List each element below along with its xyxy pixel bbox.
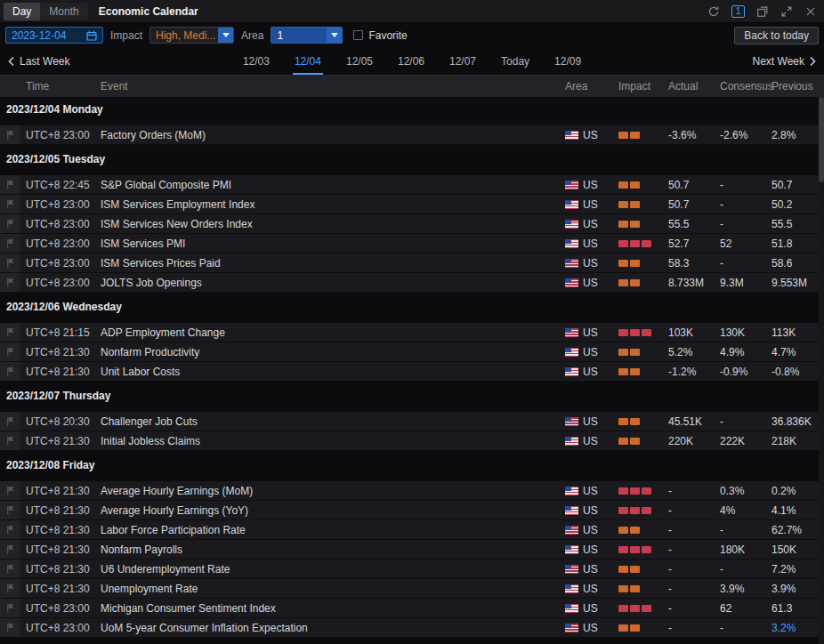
table-row[interactable]: UTC+8 22:45 S&P Global Composite PMI US … [0,175,824,195]
pin-cell[interactable] [0,362,20,381]
actual-value: -3.6% [662,125,714,144]
impact-bars [618,221,640,228]
weeknav-day[interactable]: 12/09 [554,47,581,75]
row-time: UTC+8 23:00 [20,273,94,292]
pin-cell[interactable] [0,175,20,194]
weeknav-day[interactable]: 12/05 [346,47,373,75]
impact-bars [618,132,640,139]
table-row[interactable]: UTC+8 21:15 ADP Employment Change US 103… [0,323,824,342]
table-row[interactable]: UTC+8 23:00 JOLTS Job Openings US 8.733M… [0,273,824,293]
impact-select[interactable]: High, Medi... [149,27,234,44]
area-cell: US [559,618,612,637]
pin-cell[interactable] [0,254,20,272]
pin-cell[interactable] [0,520,20,539]
popout-icon[interactable] [756,5,769,18]
expand-icon[interactable] [780,5,793,18]
pin-cell[interactable] [0,501,20,519]
table-row[interactable]: UTC+8 21:30 Average Hourly Earnings (YoY… [0,501,824,520]
event-name: Factory Orders (MoM) [94,125,559,144]
table-row[interactable]: UTC+8 23:00 ISM Services Employment Inde… [0,195,824,214]
area-cell: US [559,342,612,361]
scrollbar[interactable] [819,97,824,644]
previous-value: 0.2% [765,481,824,500]
previous-value: 61.3 [765,599,824,617]
pin-cell[interactable] [0,559,20,578]
pin-cell[interactable] [0,431,20,450]
table-row[interactable]: UTC+8 23:00 ISM Services New Orders Inde… [0,214,824,234]
pin-cell[interactable] [0,195,20,213]
pin-cell[interactable] [0,599,20,617]
us-flag-icon [565,526,578,535]
last-week-button[interactable]: Last Week [7,55,69,68]
table-row[interactable]: UTC+8 23:00 ISM Services PMI US 52.7 52 … [0,234,824,254]
pin-cell[interactable] [0,540,20,559]
consensus-value: - [714,175,765,194]
pin-cell[interactable] [0,125,20,144]
pin-cell[interactable] [0,323,20,342]
pin-cell[interactable] [0,342,20,361]
weeknav-day[interactable]: 12/07 [449,47,476,75]
pin-cell[interactable] [0,273,20,292]
table-row[interactable]: UTC+8 21:30 Labor Force Participation Ra… [0,520,824,540]
area-select[interactable]: 1 [271,27,343,44]
weeknav-day-selected[interactable]: 12/04 [295,47,321,75]
area-label: US [583,366,598,378]
pin-cell[interactable] [0,234,20,253]
pin-cell[interactable] [0,214,20,233]
date-picker[interactable]: 2023-12-04 [5,27,103,44]
next-week-button[interactable]: Next Week [753,55,817,68]
area-cell: US [559,195,612,213]
pin-cell[interactable] [0,481,20,500]
area-label: US [583,504,598,517]
event-name: Nonfarm Payrolls [94,540,559,559]
flag-pin-icon [5,238,15,248]
tab-day[interactable]: Day [4,3,40,20]
table-row[interactable]: UTC+8 23:00 Factory Orders (MoM) US -3.6… [0,125,824,145]
area-label: US [583,129,598,141]
close-icon[interactable] [804,5,817,18]
table-row[interactable]: UTC+8 23:00 UoM 5-year Consumer Inflatio… [0,618,824,638]
row-time: UTC+8 23:00 [20,234,94,253]
back-to-today-button[interactable]: Back to today [734,27,819,44]
tab-month[interactable]: Month [40,3,87,20]
column-header-time: Time [20,80,94,93]
table-row[interactable]: UTC+8 23:00 ISM Services Prices Paid US … [0,254,824,273]
area-cell: US [559,412,612,431]
table-row[interactable]: UTC+8 21:30 Unit Labor Costs US -1.2% -0… [0,362,824,382]
table-row[interactable]: UTC+8 21:30 Average Hourly Earnings (MoM… [0,481,824,501]
pin-cell[interactable] [0,412,20,431]
actual-value: - [662,481,714,500]
scrollbar-thumb[interactable] [819,97,824,182]
favorite-checkbox[interactable] [353,30,363,40]
area-label: US [583,346,598,358]
previous-value: 9.553M [765,273,824,292]
event-name: Nonfarm Productivity [94,342,559,361]
weeknav-day[interactable]: 12/03 [243,47,270,75]
impact-bar [630,181,640,189]
pin-cell[interactable] [0,579,20,598]
table-row[interactable]: UTC+8 23:00 Michigan Consumer Sentiment … [0,599,824,618]
consensus-value: 222K [714,431,765,450]
flag-pin-icon [5,258,15,268]
table-row[interactable]: UTC+8 21:30 U6 Underemployment Rate US -… [0,559,824,579]
table-row[interactable]: UTC+8 21:30 Unemployment Rate US - 3.9% … [0,579,824,599]
row-time: UTC+8 21:30 [20,362,94,381]
weeknav-day-today[interactable]: Today [501,47,529,75]
table-row[interactable]: UTC+8 21:30 Nonfarm Payrolls US - 180K 1… [0,540,824,559]
pin-cell[interactable] [0,618,20,637]
previous-value: 113K [765,323,824,342]
impact-bar [618,585,628,592]
flag-pin-icon [5,486,15,495]
panel-one-icon[interactable]: 1 [731,5,745,18]
previous-value: 55.5 [765,214,824,233]
table-row[interactable]: UTC+8 20:30 Challenger Job Cuts US 45.51… [0,412,824,431]
refresh-icon[interactable] [707,5,720,18]
area-label: US [583,485,598,497]
row-time: UTC+8 21:30 [20,481,94,500]
area-cell: US [559,214,612,233]
weeknav-day[interactable]: 12/06 [398,47,424,75]
favorite-filter[interactable]: Favorite [353,29,407,42]
table-row[interactable]: UTC+8 21:30 Nonfarm Productivity US 5.2%… [0,342,824,362]
table-row[interactable]: UTC+8 21:30 Initial Jobless Claims US 22… [0,431,824,451]
section-date: 2023/12/04 Monday [6,103,103,116]
